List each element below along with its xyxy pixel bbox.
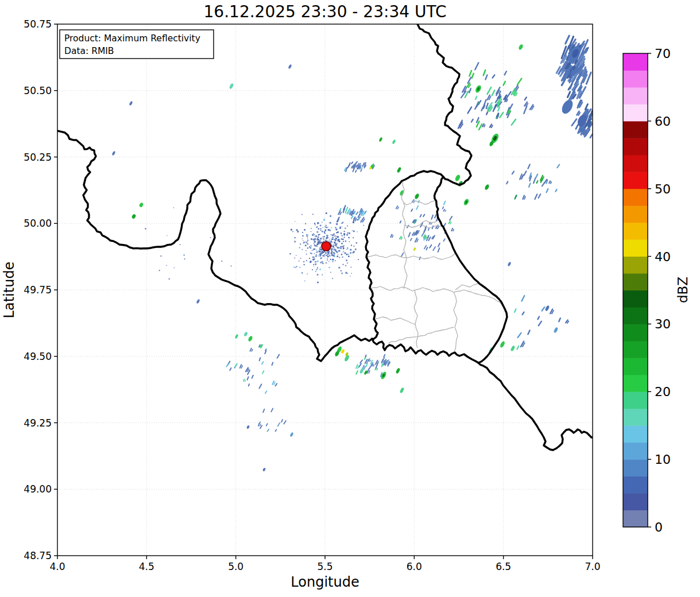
colorbar-segment [623,341,648,358]
echo-dot [318,234,319,235]
echo-dot [323,239,324,240]
colorbar-tick-label: 70 [655,46,671,61]
echo-dot [322,222,322,222]
echo-streak [365,355,366,357]
echo-dot [307,274,308,275]
echo-dot [320,251,322,253]
echo-dot [327,251,328,253]
echo-streak [384,363,384,365]
x-tick-label: 7.0 [585,561,600,572]
echo-streak [362,168,362,169]
echo-dot [312,214,314,215]
y-tick-label: 50.25 [24,152,52,163]
echo-dot [310,253,311,254]
echo-dot [303,240,303,241]
echo-dot [317,282,319,284]
echo-dot [332,261,334,262]
echo-dot [320,247,321,248]
y-tick-label: 49.00 [24,483,52,495]
echo-dot [357,231,358,232]
echo-dot [296,266,297,267]
echo-dot [322,257,323,258]
echo-dot [327,254,328,255]
y-tick-label: 48.75 [24,550,52,561]
echo-dot [339,257,340,258]
echo-dot [342,235,343,236]
colorbar-segment [623,87,648,104]
echo-streak [370,360,370,362]
echo-dot [328,251,330,252]
echo-dot [319,249,321,251]
echo-dot [349,232,350,234]
colorbar-segment [623,425,648,443]
echo-dot [315,224,316,226]
echo-dot [326,237,327,238]
colorbar-segment [623,257,648,274]
echo-dot [303,261,304,262]
echo-dot [320,240,321,241]
echo-dot [333,259,334,260]
echo-dot [311,238,312,240]
colorbar-segment [623,223,648,240]
echo-dot [297,231,299,232]
echo-dot [317,274,319,276]
echo-dot [326,255,327,256]
echo-dot [343,241,344,242]
echo-dot [332,242,332,242]
echo-dot [328,238,328,238]
echo-dot [334,249,335,251]
echo-dot [324,257,325,257]
echo-dot [336,236,337,237]
echo-streak [445,210,446,211]
colorbar-segment [623,510,648,528]
echo-dot [341,232,342,234]
echo-dot [304,281,305,281]
echo-dot [317,231,319,233]
echo-dot [343,233,345,235]
colorbar-segment [623,189,648,206]
x-tick-label: 4.0 [49,561,65,572]
echo-dot [299,261,300,262]
echo-dot [327,259,328,261]
echo-dot [347,249,347,250]
echo-dot [160,255,161,257]
echo-dot [314,223,315,224]
echo-dot [345,227,346,228]
echo-dot [295,237,296,238]
echo-dot [305,242,306,242]
colorbar-segment [623,172,648,189]
echo-dot [315,238,316,240]
echo-dot [326,253,327,254]
echo-dot [344,231,345,232]
echo-dot [305,245,307,246]
echo-dot [313,239,314,240]
echo-dot [337,252,338,253]
echo-dot [313,250,314,250]
echo-dot [305,250,307,251]
echo-dot [318,241,319,243]
echo-dot [180,244,181,245]
echo-dot [314,258,315,259]
echo-dot [335,260,336,261]
y-tick-label: 49.25 [24,417,52,429]
x-tick-label: 6.0 [407,561,422,572]
echo-dot [318,255,319,256]
echo-dot [314,249,315,250]
echo-dot [320,225,322,227]
echo-dot [340,247,341,249]
echo-dot [351,245,352,246]
echo-streak [368,359,369,361]
echo-dot [342,243,343,244]
y-tick-label: 49.75 [24,284,52,296]
echo-dot [347,263,348,264]
colorbar-tick-label: 30 [655,317,671,331]
echo-dot [311,246,312,247]
echo-dot [312,257,314,258]
echo-dot [317,252,318,253]
echo-dot [346,234,347,235]
echo-dot [335,240,337,242]
echo-dot [319,241,320,242]
echo-dot [338,254,339,255]
echo-dot [334,242,335,243]
echo-dot [339,241,341,243]
